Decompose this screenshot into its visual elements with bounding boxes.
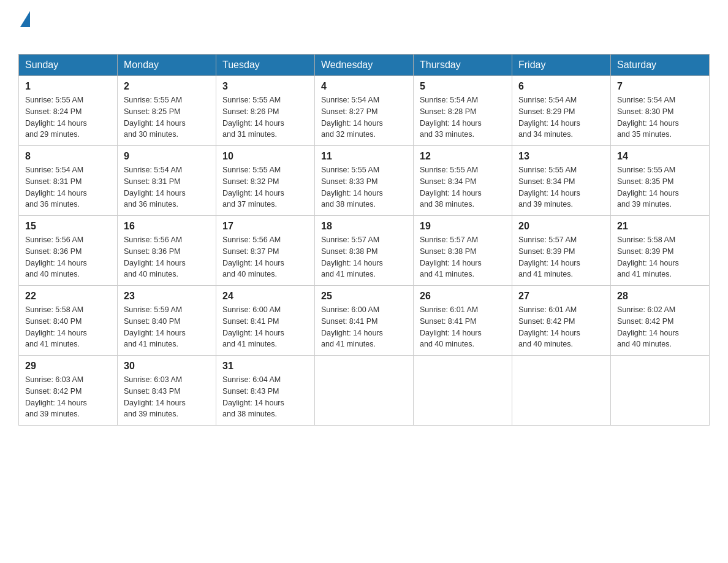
day-info: Sunrise: 5:54 AMSunset: 8:31 PMDaylight:…	[25, 166, 87, 209]
calendar-header-thursday: Thursday	[414, 55, 512, 76]
day-number: 7	[617, 81, 703, 92]
day-info: Sunrise: 5:56 AMSunset: 8:36 PMDaylight:…	[25, 236, 87, 278]
day-number: 29	[25, 361, 111, 372]
day-info: Sunrise: 5:57 AMSunset: 8:38 PMDaylight:…	[321, 236, 383, 278]
day-info: Sunrise: 5:54 AMSunset: 8:29 PMDaylight:…	[518, 96, 580, 139]
day-number: 11	[321, 151, 407, 162]
day-info: Sunrise: 5:55 AMSunset: 8:33 PMDaylight:…	[321, 166, 383, 209]
calendar-week-row: 29Sunrise: 6:03 AMSunset: 8:42 PMDayligh…	[19, 356, 710, 426]
day-number: 25	[321, 291, 407, 302]
day-info: Sunrise: 5:56 AMSunset: 8:36 PMDaylight:…	[124, 236, 186, 278]
day-info: Sunrise: 5:55 AMSunset: 8:32 PMDaylight:…	[222, 166, 284, 209]
day-info: Sunrise: 6:00 AMSunset: 8:41 PMDaylight:…	[321, 305, 383, 348]
day-number: 24	[222, 291, 308, 302]
calendar-day-cell: 6Sunrise: 5:54 AMSunset: 8:29 PMDaylight…	[512, 76, 611, 146]
calendar-week-row: 1Sunrise: 5:55 AMSunset: 8:24 PMDaylight…	[19, 76, 710, 146]
calendar-day-cell: 15Sunrise: 5:56 AMSunset: 8:36 PMDayligh…	[19, 216, 118, 286]
day-number: 20	[518, 221, 604, 232]
day-number: 28	[617, 291, 703, 302]
calendar-week-row: 22Sunrise: 5:58 AMSunset: 8:40 PMDayligh…	[19, 286, 710, 356]
day-number: 6	[518, 81, 604, 92]
day-info: Sunrise: 5:55 AMSunset: 8:25 PMDaylight:…	[124, 96, 186, 139]
day-number: 14	[617, 151, 703, 162]
day-number: 4	[321, 81, 407, 92]
day-info: Sunrise: 6:02 AMSunset: 8:42 PMDaylight:…	[617, 305, 679, 348]
day-number: 19	[420, 221, 506, 232]
calendar-empty-cell	[611, 356, 710, 426]
calendar-day-cell: 22Sunrise: 5:58 AMSunset: 8:40 PMDayligh…	[19, 286, 118, 356]
page-header	[18, 12, 710, 48]
day-number: 1	[25, 81, 111, 92]
calendar-day-cell: 14Sunrise: 5:55 AMSunset: 8:35 PMDayligh…	[611, 146, 710, 216]
calendar-day-cell: 3Sunrise: 5:55 AMSunset: 8:26 PMDaylight…	[216, 76, 315, 146]
day-info: Sunrise: 5:55 AMSunset: 8:35 PMDaylight:…	[617, 166, 679, 209]
calendar-day-cell: 8Sunrise: 5:54 AMSunset: 8:31 PMDaylight…	[19, 146, 118, 216]
day-info: Sunrise: 5:55 AMSunset: 8:24 PMDaylight:…	[25, 96, 87, 139]
day-number: 8	[25, 151, 111, 162]
day-info: Sunrise: 5:54 AMSunset: 8:30 PMDaylight:…	[617, 96, 679, 139]
calendar-empty-cell	[512, 356, 611, 426]
day-number: 5	[420, 81, 506, 92]
day-number: 16	[124, 221, 210, 232]
day-number: 21	[617, 221, 703, 232]
day-info: Sunrise: 5:58 AMSunset: 8:40 PMDaylight:…	[25, 305, 87, 348]
logo	[18, 12, 30, 48]
day-info: Sunrise: 5:57 AMSunset: 8:38 PMDaylight:…	[420, 236, 482, 278]
calendar-week-row: 15Sunrise: 5:56 AMSunset: 8:36 PMDayligh…	[19, 216, 710, 286]
calendar-day-cell: 9Sunrise: 5:54 AMSunset: 8:31 PMDaylight…	[118, 146, 216, 216]
day-number: 26	[420, 291, 506, 302]
calendar-day-cell: 21Sunrise: 5:58 AMSunset: 8:39 PMDayligh…	[611, 216, 710, 286]
day-number: 22	[25, 291, 111, 302]
day-number: 2	[124, 81, 210, 92]
calendar-day-cell: 2Sunrise: 5:55 AMSunset: 8:25 PMDaylight…	[118, 76, 216, 146]
day-info: Sunrise: 5:54 AMSunset: 8:28 PMDaylight:…	[420, 96, 482, 139]
calendar-day-cell: 5Sunrise: 5:54 AMSunset: 8:28 PMDaylight…	[414, 76, 512, 146]
calendar-empty-cell	[414, 356, 512, 426]
calendar-day-cell: 7Sunrise: 5:54 AMSunset: 8:30 PMDaylight…	[611, 76, 710, 146]
calendar-day-cell: 26Sunrise: 6:01 AMSunset: 8:41 PMDayligh…	[414, 286, 512, 356]
calendar-day-cell: 24Sunrise: 6:00 AMSunset: 8:41 PMDayligh…	[216, 286, 315, 356]
calendar-table: SundayMondayTuesdayWednesdayThursdayFrid…	[18, 54, 710, 426]
calendar-day-cell: 4Sunrise: 5:54 AMSunset: 8:27 PMDaylight…	[315, 76, 414, 146]
calendar-day-cell: 12Sunrise: 5:55 AMSunset: 8:34 PMDayligh…	[414, 146, 512, 216]
day-info: Sunrise: 5:54 AMSunset: 8:31 PMDaylight:…	[124, 166, 186, 209]
day-info: Sunrise: 6:03 AMSunset: 8:42 PMDaylight:…	[25, 375, 87, 418]
day-number: 31	[222, 361, 308, 372]
day-number: 17	[222, 221, 308, 232]
day-info: Sunrise: 6:03 AMSunset: 8:43 PMDaylight:…	[124, 375, 186, 418]
day-info: Sunrise: 6:01 AMSunset: 8:41 PMDaylight:…	[420, 305, 482, 348]
day-number: 23	[124, 291, 210, 302]
calendar-day-cell: 31Sunrise: 6:04 AMSunset: 8:43 PMDayligh…	[216, 356, 315, 426]
day-info: Sunrise: 6:01 AMSunset: 8:42 PMDaylight:…	[518, 305, 580, 348]
calendar-header-tuesday: Tuesday	[216, 55, 315, 76]
day-number: 9	[124, 151, 210, 162]
calendar-day-cell: 11Sunrise: 5:55 AMSunset: 8:33 PMDayligh…	[315, 146, 414, 216]
calendar-day-cell: 19Sunrise: 5:57 AMSunset: 8:38 PMDayligh…	[414, 216, 512, 286]
day-number: 13	[518, 151, 604, 162]
calendar-day-cell: 1Sunrise: 5:55 AMSunset: 8:24 PMDaylight…	[19, 76, 118, 146]
day-number: 15	[25, 221, 111, 232]
day-info: Sunrise: 5:59 AMSunset: 8:40 PMDaylight:…	[124, 305, 186, 348]
day-info: Sunrise: 5:54 AMSunset: 8:27 PMDaylight:…	[321, 96, 383, 139]
day-info: Sunrise: 5:57 AMSunset: 8:39 PMDaylight:…	[518, 236, 580, 278]
calendar-day-cell: 17Sunrise: 5:56 AMSunset: 8:37 PMDayligh…	[216, 216, 315, 286]
calendar-header-row: SundayMondayTuesdayWednesdayThursdayFrid…	[19, 55, 710, 76]
day-info: Sunrise: 5:58 AMSunset: 8:39 PMDaylight:…	[617, 236, 679, 278]
calendar-header-wednesday: Wednesday	[315, 55, 414, 76]
day-number: 3	[222, 81, 308, 92]
calendar-day-cell: 10Sunrise: 5:55 AMSunset: 8:32 PMDayligh…	[216, 146, 315, 216]
day-info: Sunrise: 5:55 AMSunset: 8:26 PMDaylight:…	[222, 96, 284, 139]
day-info: Sunrise: 5:56 AMSunset: 8:37 PMDaylight:…	[222, 236, 284, 278]
calendar-day-cell: 25Sunrise: 6:00 AMSunset: 8:41 PMDayligh…	[315, 286, 414, 356]
calendar-day-cell: 13Sunrise: 5:55 AMSunset: 8:34 PMDayligh…	[512, 146, 611, 216]
day-info: Sunrise: 5:55 AMSunset: 8:34 PMDaylight:…	[420, 166, 482, 209]
day-info: Sunrise: 5:55 AMSunset: 8:34 PMDaylight:…	[518, 166, 580, 209]
day-number: 27	[518, 291, 604, 302]
calendar-day-cell: 20Sunrise: 5:57 AMSunset: 8:39 PMDayligh…	[512, 216, 611, 286]
calendar-day-cell: 18Sunrise: 5:57 AMSunset: 8:38 PMDayligh…	[315, 216, 414, 286]
calendar-day-cell: 30Sunrise: 6:03 AMSunset: 8:43 PMDayligh…	[118, 356, 216, 426]
day-number: 10	[222, 151, 308, 162]
calendar-header-monday: Monday	[118, 55, 216, 76]
calendar-header-sunday: Sunday	[19, 55, 118, 76]
calendar-day-cell: 28Sunrise: 6:02 AMSunset: 8:42 PMDayligh…	[611, 286, 710, 356]
